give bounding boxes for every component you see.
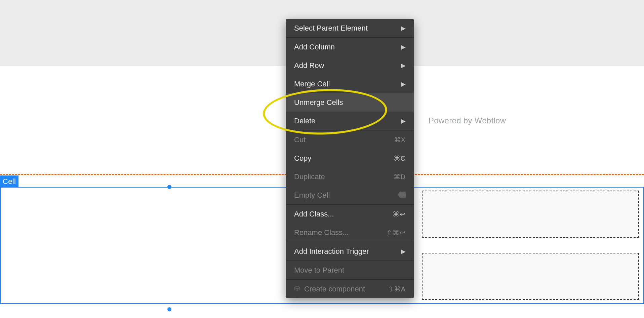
menu-item-shortcut: ⌘X bbox=[394, 136, 406, 144]
menu-item-label: Unmerge Cells bbox=[294, 98, 343, 107]
menu-merge-cell[interactable]: Merge Cell ▶ bbox=[286, 75, 414, 93]
menu-item-shortcut: ⌘↩ bbox=[393, 210, 406, 218]
menu-item-shortcut: ⌘D bbox=[394, 173, 406, 181]
menu-copy[interactable]: Copy ⌘C bbox=[286, 149, 414, 167]
menu-item-label: Rename Class... bbox=[294, 228, 349, 237]
submenu-arrow-icon: ▶ bbox=[401, 248, 406, 255]
menu-rename-class: Rename Class... ⇧⌘↩ bbox=[286, 223, 414, 242]
menu-item-shortcut: ⇧⌘↩ bbox=[387, 229, 406, 237]
menu-move-to-parent: Move to Parent bbox=[286, 261, 414, 279]
menu-item-label: Add Class... bbox=[294, 210, 334, 218]
menu-item-label: Move to Parent bbox=[294, 266, 344, 275]
menu-item-label: Select Parent Element bbox=[294, 24, 368, 33]
context-menu[interactable]: Select Parent Element ▶ Add Column ▶ Add… bbox=[286, 19, 414, 298]
menu-add-row[interactable]: Add Row ▶ bbox=[286, 56, 414, 75]
backspace-icon bbox=[398, 191, 406, 200]
menu-add-class[interactable]: Add Class... ⌘↩ bbox=[286, 205, 414, 223]
menu-item-label: Copy bbox=[294, 154, 311, 163]
menu-empty-cell: Empty Cell bbox=[286, 186, 414, 204]
design-canvas[interactable]: Powered by Webflow Cell Select Parent El… bbox=[0, 0, 644, 318]
menu-item-shortcut: ⇧⌘A bbox=[388, 285, 406, 293]
selection-handle-top[interactable] bbox=[167, 185, 171, 189]
menu-select-parent-element[interactable]: Select Parent Element ▶ bbox=[286, 19, 414, 37]
cube-icon bbox=[294, 285, 304, 293]
menu-create-component: Create component ⇧⌘A bbox=[286, 280, 414, 298]
ghost-cell-1 bbox=[422, 191, 639, 238]
menu-item-label: Add Column bbox=[294, 43, 335, 51]
menu-item-label: Add Row bbox=[294, 61, 324, 70]
menu-add-column[interactable]: Add Column ▶ bbox=[286, 38, 414, 56]
menu-delete[interactable]: Delete ▶ bbox=[286, 112, 414, 130]
menu-item-label: Create component bbox=[304, 285, 365, 293]
menu-item-label: Add Interaction Trigger bbox=[294, 247, 369, 256]
selection-handle-bottom[interactable] bbox=[167, 307, 171, 311]
submenu-arrow-icon: ▶ bbox=[401, 80, 406, 88]
submenu-arrow-icon: ▶ bbox=[401, 25, 406, 32]
menu-item-label: Delete bbox=[294, 117, 316, 125]
menu-item-label: Merge Cell bbox=[294, 80, 330, 88]
selection-label[interactable]: Cell bbox=[0, 175, 18, 188]
ghost-cell-2 bbox=[422, 253, 639, 300]
submenu-arrow-icon: ▶ bbox=[401, 62, 406, 69]
menu-unmerge-cells[interactable]: Unmerge Cells bbox=[286, 93, 414, 112]
powered-by-webflow-text: Powered by Webflow bbox=[429, 116, 506, 125]
submenu-arrow-icon: ▶ bbox=[401, 117, 406, 125]
menu-duplicate: Duplicate ⌘D bbox=[286, 167, 414, 186]
submenu-arrow-icon: ▶ bbox=[401, 43, 406, 51]
menu-item-label: Duplicate bbox=[294, 172, 325, 181]
menu-cut: Cut ⌘X bbox=[286, 130, 414, 149]
menu-item-label: Empty Cell bbox=[294, 191, 330, 200]
menu-item-shortcut: ⌘C bbox=[394, 154, 406, 162]
menu-add-interaction-trigger[interactable]: Add Interaction Trigger ▶ bbox=[286, 242, 414, 261]
menu-item-label: Cut bbox=[294, 135, 306, 144]
